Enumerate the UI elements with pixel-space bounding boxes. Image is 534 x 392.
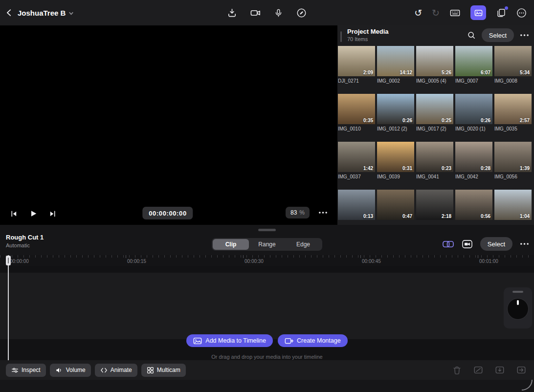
timeline-ruler[interactable]: 00:00:0000:00:1500:00:3000:00:4500:01:00: [0, 255, 534, 266]
back-button[interactable]: [5, 8, 14, 17]
media-thumbnail[interactable]: 1:39: [494, 142, 532, 172]
add-media-to-timeline-button[interactable]: Add Media to Timeline: [186, 334, 273, 347]
media-panel-header: Project Media 70 Items Select: [337, 25, 534, 46]
media-item[interactable]: 14:12IMG_0002: [377, 46, 414, 94]
media-panel-title: Project Media: [347, 28, 389, 35]
media-thumbnail[interactable]: 5:34: [494, 46, 532, 76]
jog-wheel-panel[interactable]: [504, 287, 532, 328]
timeline-mode-label: Automatic: [6, 242, 44, 248]
append-clip-button[interactable]: [516, 365, 526, 375]
timecode-display: 00:00:00:00: [142, 207, 193, 219]
media-thumbnail[interactable]: 2:57: [494, 94, 532, 124]
media-item[interactable]: 2:18: [416, 190, 453, 225]
media-item-name: IMG_0017 (2): [416, 126, 453, 131]
timeline-select-button[interactable]: Select: [480, 237, 512, 251]
play-button[interactable]: [29, 209, 38, 218]
media-thumbnail[interactable]: 0:35: [338, 94, 375, 124]
segment-edge[interactable]: Edge: [285, 239, 321, 250]
media-thumbnail[interactable]: 0:26: [377, 94, 414, 124]
primary-storyline-lane[interactable]: [0, 273, 534, 339]
skip-to-end-button[interactable]: [48, 210, 57, 218]
viewer-pane: 00:00:00:00 83 %: [0, 25, 336, 225]
media-item[interactable]: 1:39IMG_0056: [494, 142, 532, 190]
camera-clip-button[interactable]: [462, 239, 473, 249]
media-item[interactable]: 0:26IMG_0020 (1): [455, 94, 492, 142]
viewer-zoom-control[interactable]: 83 %: [286, 207, 310, 218]
timeline-resize-handle[interactable]: [258, 229, 276, 231]
media-item[interactable]: 2:09DJI_0271: [338, 46, 375, 94]
media-item[interactable]: 0:13: [338, 190, 375, 225]
timeline-track-area[interactable]: Add Media to Timeline Create Montage Or …: [0, 266, 534, 360]
create-montage-button[interactable]: Create Montage: [278, 334, 348, 347]
overwrite-clip-button[interactable]: [495, 365, 505, 375]
viewer-more-button[interactable]: [318, 211, 328, 214]
media-select-button[interactable]: Select: [482, 28, 514, 42]
media-item[interactable]: 0:25IMG_0017 (2): [416, 94, 453, 142]
media-thumbnail[interactable]: 14:12: [377, 46, 414, 76]
multicam-button[interactable]: Multicam: [141, 364, 186, 377]
media-thumbnail[interactable]: 0:56: [455, 190, 492, 220]
playhead-line[interactable]: [8, 255, 9, 360]
media-thumbnail[interactable]: 0:47: [377, 190, 414, 220]
animate-button[interactable]: Animate: [95, 364, 137, 377]
media-item[interactable]: 1:42IMG_0037: [338, 142, 375, 190]
media-thumbnail[interactable]: 0:13: [338, 190, 375, 220]
media-item[interactable]: 0:47: [377, 190, 414, 225]
media-thumbnail[interactable]: 0:28: [455, 142, 492, 172]
segment-clip[interactable]: Clip: [213, 239, 249, 250]
record-video-button[interactable]: [250, 7, 261, 19]
media-thumbnail[interactable]: 0:25: [416, 94, 453, 124]
playhead-handle[interactable]: [6, 256, 11, 265]
media-thumbnail[interactable]: 0:26: [455, 94, 492, 124]
media-item[interactable]: 0:31IMG_0039: [377, 142, 414, 190]
media-item[interactable]: 5:34IMG_0008: [494, 46, 532, 94]
pencil-tool-button[interactable]: [296, 7, 307, 19]
media-thumbnail[interactable]: 1:42: [338, 142, 375, 172]
undo-button[interactable]: ↺: [414, 8, 422, 18]
media-item[interactable]: 0:35IMG_0010: [338, 94, 375, 142]
import-button[interactable]: [227, 8, 237, 18]
inspect-button[interactable]: Inspect: [6, 364, 46, 377]
media-thumbnail[interactable]: 2:09: [338, 46, 375, 76]
delete-clip-button[interactable]: [452, 366, 462, 375]
media-browser-toggle[interactable]: [470, 5, 486, 20]
media-thumbnail[interactable]: 6:07: [455, 46, 492, 76]
media-item[interactable]: 1:04: [494, 190, 532, 225]
segment-range[interactable]: Range: [249, 239, 285, 250]
grid-icon: [147, 367, 154, 374]
timeline-pane: Rough Cut 1 Automatic ClipRangeEdge Sele…: [0, 225, 534, 392]
overwrite-icon: [495, 365, 505, 375]
project-title-menu[interactable]: JoshuaTree B: [18, 9, 74, 17]
media-item-name: IMG_0007: [455, 78, 492, 84]
smart-tools-button[interactable]: [442, 239, 454, 249]
video-canvas[interactable]: [25, 25, 324, 202]
display-settings-button[interactable]: [449, 7, 461, 19]
media-more-button[interactable]: [520, 34, 529, 37]
search-icon: [467, 31, 476, 40]
blade-clip-button[interactable]: [473, 365, 483, 375]
media-thumbnail[interactable]: 0:23: [416, 142, 453, 172]
media-item[interactable]: 6:07IMG_0007: [455, 46, 492, 94]
media-item[interactable]: 0:28IMG_0042: [455, 142, 492, 190]
more-options-button[interactable]: [516, 7, 527, 19]
jog-panel-grip[interactable]: [512, 291, 523, 293]
timeline-more-button[interactable]: [520, 242, 529, 245]
media-thumbnail[interactable]: 2:18: [416, 190, 453, 220]
record-audio-button[interactable]: [274, 8, 283, 18]
media-item-name: IMG_0010: [338, 126, 375, 131]
media-thumbnail[interactable]: 5:26: [416, 46, 453, 76]
media-thumbnail[interactable]: 1:04: [494, 190, 532, 220]
clipboard-button[interactable]: [496, 8, 506, 18]
media-item[interactable]: 5:26IMG_0005 (4): [416, 46, 453, 94]
media-item[interactable]: 0:56: [455, 190, 492, 225]
volume-button[interactable]: Volume: [50, 364, 91, 377]
media-item[interactable]: 2:57IMG_0035: [494, 94, 532, 142]
skip-to-start-button[interactable]: [10, 210, 18, 218]
media-search-button[interactable]: [467, 31, 476, 40]
add-media-label: Add Media to Timeline: [205, 337, 266, 344]
media-item[interactable]: 0:26IMG_0012 (2): [377, 94, 414, 142]
jog-wheel[interactable]: [507, 298, 529, 320]
media-item[interactable]: 0:23IMG_0041: [416, 142, 453, 190]
redo-button[interactable]: ↻: [432, 8, 440, 18]
media-thumbnail[interactable]: 0:31: [377, 142, 414, 172]
